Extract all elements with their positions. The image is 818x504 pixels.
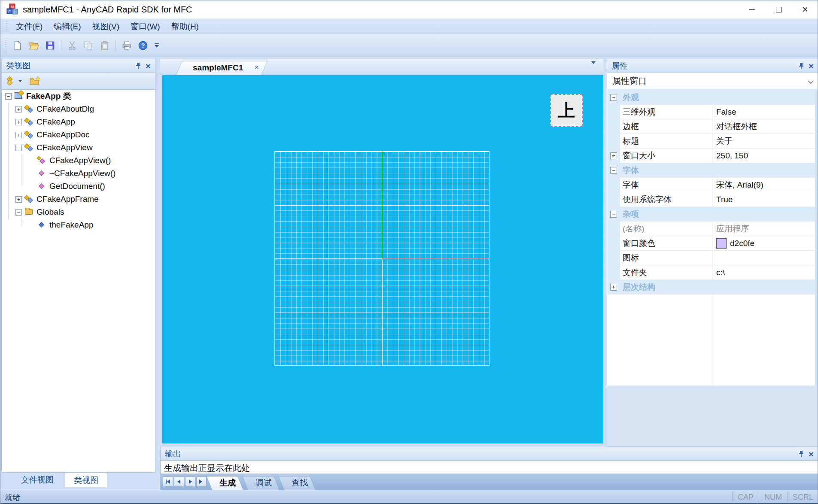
menu-help[interactable]: 帮助(H) [166, 19, 204, 34]
property-row[interactable]: 三维外观 False [607, 105, 818, 119]
folder-icon [24, 208, 34, 216]
open-folder-icon[interactable] [27, 38, 41, 53]
class-view-title: 类视图 [6, 60, 30, 71]
close-button[interactable]: × [792, 0, 818, 18]
tree-item-class[interactable]: CFakeAppDoc [2, 128, 155, 141]
object-selector-combo[interactable]: 属性窗口 [607, 73, 818, 89]
collapse-icon[interactable] [5, 93, 12, 100]
vertical-splitter-left[interactable] [155, 59, 160, 490]
project-icon [14, 92, 24, 100]
menu-edit[interactable]: 编辑(E) [48, 19, 86, 34]
menu-file[interactable]: 文件(F) [10, 19, 48, 34]
property-row[interactable]: 文件夹 c:\ [607, 265, 818, 280]
ground-grid [274, 151, 490, 366]
scroll-lock-indicator: SCRL [787, 492, 818, 502]
pin-icon[interactable] [798, 63, 804, 70]
axis-y-positive [382, 152, 383, 259]
left-panel-tabs: 文件视图 类视图 [1, 473, 155, 490]
properties-scrollbar[interactable] [815, 90, 818, 386]
output-header: 输出 × [160, 447, 818, 461]
print-icon[interactable] [119, 38, 134, 53]
minimize-button[interactable] [739, 0, 765, 18]
output-tab-debug[interactable]: 调试 [248, 476, 280, 490]
tree-item-class[interactable]: CFakeAboutDlg [2, 103, 155, 115]
property-row[interactable]: 使用系统字体 True [607, 192, 818, 207]
class-icon [24, 143, 34, 152]
tab-list-dropdown-icon[interactable] [591, 64, 596, 72]
property-row[interactable]: + 窗口大小 250, 150 [607, 149, 818, 163]
cut-icon[interactable] [65, 38, 79, 53]
paste-icon[interactable] [97, 38, 112, 53]
tab-close-icon[interactable]: × [254, 63, 259, 72]
tree-item-folder[interactable]: Globals [2, 206, 155, 219]
property-row[interactable]: 边框 对话框外框 [607, 119, 818, 134]
tree-item-class[interactable]: CFakeAppFrame [2, 193, 155, 206]
collapse-icon[interactable] [15, 145, 22, 151]
scroll-last-button[interactable] [196, 477, 207, 487]
class-view-toolbar [1, 73, 155, 90]
property-row[interactable]: (名称) 应用程序 [607, 222, 818, 236]
classview-settings-icon[interactable] [5, 76, 15, 86]
minimize-icon [749, 9, 755, 10]
section-hierarchy[interactable]: + 层次结构 [607, 280, 818, 295]
close-panel-icon[interactable]: × [809, 61, 814, 70]
menu-view[interactable]: 视图(V) [87, 19, 125, 34]
axis-y-negative [382, 259, 383, 366]
scroll-prev-button[interactable] [174, 477, 184, 487]
view-cube-top[interactable]: 上 [550, 94, 583, 127]
tree-item-method[interactable]: CFakeAppView() [2, 154, 155, 167]
classview-settings-dropdown-icon[interactable] [18, 80, 22, 82]
axis-x-positive [382, 258, 490, 259]
expand-icon[interactable] [15, 196, 22, 203]
maximize-button[interactable] [765, 0, 792, 18]
vertical-splitter-right[interactable] [603, 59, 607, 447]
property-row-window-color[interactable]: 窗口颜色 d2c0fe [607, 236, 818, 251]
tab-class-view[interactable]: 类视图 [65, 473, 107, 487]
copy-icon[interactable] [81, 38, 96, 53]
output-tab-build[interactable]: 生成 [212, 476, 243, 490]
property-row[interactable]: 图标 [607, 251, 818, 265]
collapse-icon[interactable] [15, 209, 22, 216]
close-panel-icon[interactable]: × [146, 61, 151, 70]
method-icon [37, 182, 47, 191]
application-window: M F C sampleMFC1 - AnyCAD Rapid SDK for … [0, 0, 818, 504]
help-icon[interactable]: ? [136, 38, 150, 53]
pin-icon[interactable] [135, 62, 141, 69]
document-tab[interactable]: sampleMFC1 × [176, 61, 262, 75]
method-icon [37, 156, 47, 165]
color-swatch[interactable] [716, 238, 727, 249]
property-row[interactable]: 字体 宋体, Arial(9) [607, 178, 818, 192]
section-font[interactable]: − 字体 [607, 163, 818, 178]
expand-icon[interactable] [15, 132, 22, 138]
save-icon[interactable] [43, 38, 58, 53]
menu-window[interactable]: 窗口(W) [125, 19, 166, 34]
tree-item-class[interactable]: CFakeApp [2, 115, 155, 128]
collapse-icon[interactable]: − [610, 211, 617, 218]
expand-icon[interactable] [15, 106, 22, 112]
class-icon [24, 118, 34, 126]
section-appearance[interactable]: − 外观 [607, 90, 818, 105]
tree-item-method[interactable]: ~CFakeAppView() [2, 167, 155, 180]
expand-icon[interactable] [15, 119, 22, 125]
tree-item-root[interactable]: FakeApp 类 [2, 90, 155, 103]
expand-icon[interactable]: + [610, 284, 617, 291]
collapse-icon[interactable]: − [610, 94, 617, 101]
new-document-icon[interactable] [10, 38, 25, 53]
tree-item-variable[interactable]: theFakeApp [2, 219, 155, 231]
toolbar-overflow-button[interactable] [155, 43, 159, 48]
expand-icon[interactable]: + [610, 152, 617, 159]
section-misc[interactable]: − 杂项 [607, 207, 818, 222]
pin-icon[interactable] [798, 450, 804, 457]
tree-item-method[interactable]: GetDocument() [2, 180, 155, 193]
scroll-next-button[interactable] [185, 477, 195, 487]
tree-item-class[interactable]: CFakeAppView [2, 141, 155, 154]
close-panel-icon[interactable]: × [809, 449, 814, 458]
output-tab-find[interactable]: 查找 [284, 476, 316, 490]
viewport-canvas[interactable]: 上 [162, 75, 603, 443]
collapse-icon[interactable]: − [610, 167, 617, 174]
tab-file-view[interactable]: 文件视图 [12, 473, 62, 487]
scroll-first-button[interactable] [163, 477, 173, 487]
new-folder-icon[interactable] [29, 76, 40, 86]
tree-guide [21, 219, 21, 225]
property-row[interactable]: 标题 关于 [607, 134, 818, 149]
